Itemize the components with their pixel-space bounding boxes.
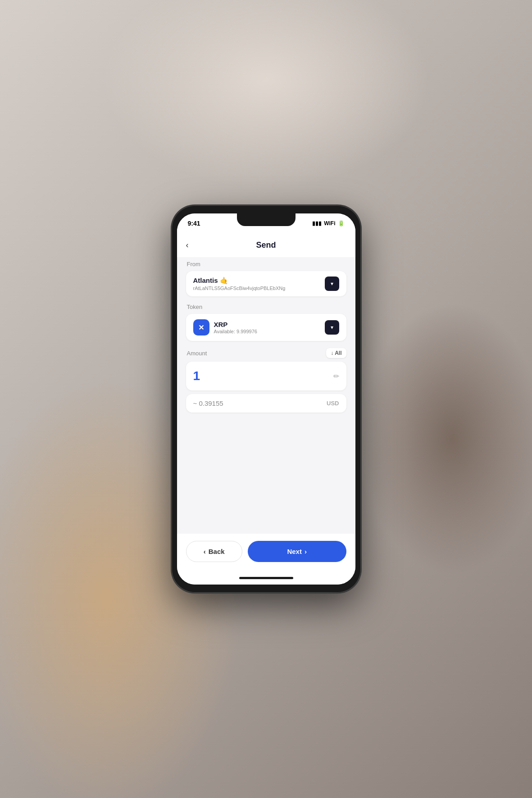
token-dropdown-button[interactable]: ▾ [325,320,339,335]
account-address: rAtLaNTLS5GAoFScBiw4vjqtoPBLEbXNg [193,286,286,291]
xrp-symbol: ✕ [198,323,204,332]
token-field-group: Token ✕ XRP Available: 9.999976 ▾ [186,304,346,341]
header-back-button[interactable]: ‹ [186,240,189,250]
token-row: ✕ XRP Available: 9.999976 [193,319,257,336]
phone-notch [237,213,296,226]
amount-value: 1 [193,369,200,383]
action-buttons-bar: ‹ Back Next › [177,534,355,571]
xrp-token-icon: ✕ [193,319,209,336]
token-name: XRP [214,321,257,328]
amount-label: Amount [187,350,207,357]
edit-icon[interactable]: ✏ [333,372,339,381]
next-button-label: Next [287,548,302,555]
usd-label: USD [327,400,339,407]
chevron-down-icon: ▾ [331,281,333,287]
usd-card: ~ 0.39155 USD [186,394,346,413]
next-button[interactable]: Next › [248,541,346,562]
phone-device: 9:41 ▮▮▮ WiFi 🔋 ‹ Send From Atlantis 🤙 r… [172,205,361,593]
home-indicator [177,571,355,585]
from-field-card[interactable]: Atlantis 🤙 rAtLaNTLS5GAoFScBiw4vjqtoPBLE… [186,271,346,296]
page-title: Send [256,240,276,250]
status-icons: ▮▮▮ WiFi 🔋 [312,220,344,227]
amount-section: Amount ↓ All 1 ✏ ~ 0.39155 USD [186,348,346,413]
next-chevron-icon: › [305,548,307,555]
phone-screen: 9:41 ▮▮▮ WiFi 🔋 ‹ Send From Atlantis 🤙 r… [177,213,355,585]
token-label: Token [187,304,346,310]
wifi-icon: WiFi [324,220,335,227]
status-time: 9:41 [188,220,200,227]
token-info: XRP Available: 9.999976 [214,321,257,334]
usd-approx-value: ~ 0.39155 [193,399,223,407]
back-button-label: Back [209,548,225,555]
token-available-value: 9.999976 [236,329,257,334]
amount-input-card[interactable]: 1 ✏ [186,362,346,390]
from-label: From [187,261,346,268]
all-button[interactable]: ↓ All [326,348,346,358]
back-button[interactable]: ‹ Back [186,541,242,562]
signal-icon: ▮▮▮ [312,220,322,227]
from-field-group: From Atlantis 🤙 rAtLaNTLS5GAoFScBiw4vjqt… [186,261,346,296]
app-header: ‹ Send [177,233,355,257]
home-bar [239,577,293,579]
token-field-card[interactable]: ✕ XRP Available: 9.999976 ▾ [186,314,346,341]
token-available: Available: 9.999976 [214,329,257,334]
battery-icon: 🔋 [338,220,345,227]
account-name: Atlantis 🤙 [193,277,286,285]
chevron-down-icon: ▾ [331,324,333,331]
amount-header: Amount ↓ All [186,348,346,358]
back-chevron-icon: ‹ [204,548,206,555]
form-content: From Atlantis 🤙 rAtLaNTLS5GAoFScBiw4vjqt… [177,257,355,534]
from-info: Atlantis 🤙 rAtLaNTLS5GAoFScBiw4vjqtoPBLE… [193,277,286,291]
from-dropdown-button[interactable]: ▾ [325,277,339,291]
